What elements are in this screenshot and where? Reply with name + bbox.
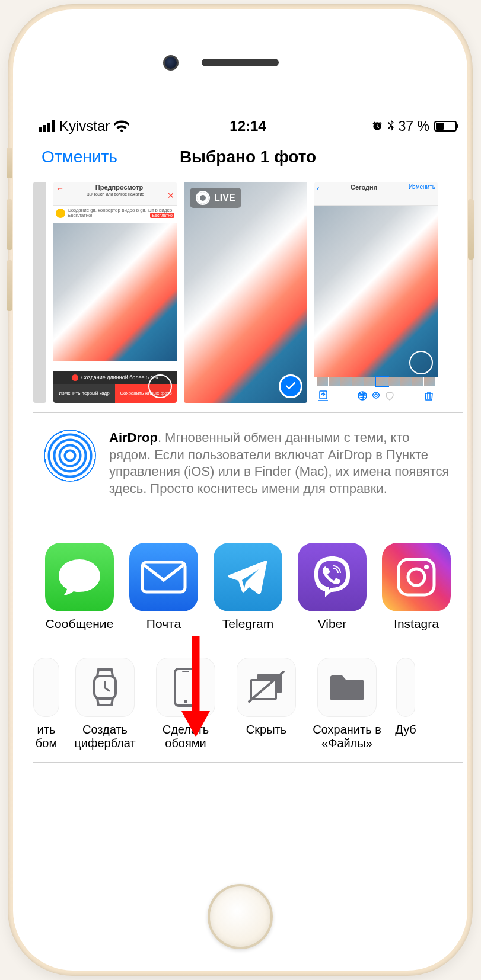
svg-rect-2: [142, 562, 185, 592]
screen: Kyivstar 12:14 37 % Отменить Выбрано 1 ф…: [33, 114, 463, 866]
share-apps-row[interactable]: Сообщение Почта Telegram Viber Instagra: [33, 527, 463, 642]
select-ring-3[interactable]: [409, 351, 433, 374]
nav-bar: Отменить Выбрано 1 фото: [33, 138, 463, 176]
app-viber[interactable]: Viber: [298, 543, 367, 631]
action-duplicate-partial[interactable]: Дуб: [393, 658, 419, 750]
alarm-icon: [371, 120, 383, 132]
thumb-1-banner: Создание gif, конвертор видео в gif, Gif…: [53, 206, 177, 222]
svg-point-5: [424, 565, 429, 569]
thumb-partial-left[interactable]: [33, 182, 46, 403]
app-instagram[interactable]: Instagra: [382, 543, 451, 631]
wifi-icon: [114, 120, 129, 132]
telegram-icon: [214, 543, 282, 611]
live-badge: LIVE: [190, 188, 241, 208]
action-watchface[interactable]: Создатьциферблат: [70, 658, 140, 750]
airdrop-section: AirDrop. Мгновенный обмен данными с теми…: [33, 413, 463, 527]
airdrop-text: AirDrop. Мгновенный обмен данными с теми…: [109, 430, 452, 497]
app-messages[interactable]: Сообщение: [45, 543, 114, 631]
bluetooth-icon: [387, 120, 395, 133]
signal-icon: [39, 120, 55, 132]
mail-icon: [129, 543, 198, 611]
instagram-icon: [382, 543, 451, 611]
battery-icon: [434, 121, 457, 132]
thumb-3-topbar: ‹СегодняИзменить: [314, 182, 438, 206]
app-telegram[interactable]: Telegram: [214, 543, 282, 631]
thumb-1[interactable]: ←Предпросмотр3D Touch или долгое нажатие…: [53, 182, 177, 403]
phone-frame: Kyivstar 12:14 37 % Отменить Выбрано 1 ф…: [8, 4, 473, 976]
select-check-2[interactable]: [279, 374, 302, 398]
speaker-grille: [202, 59, 279, 66]
svg-point-4: [408, 569, 425, 585]
app-label: Telegram: [214, 617, 282, 631]
annotation-arrow: [178, 632, 214, 738]
select-ring-1[interactable]: [148, 374, 172, 398]
volume-up: [7, 199, 12, 250]
hide-icon: [237, 658, 296, 717]
thumb-1-topbar: ←Предпросмотр3D Touch или долгое нажатие…: [53, 182, 177, 206]
action-label: Сохранить в«Файлы»: [312, 723, 382, 750]
actions-row[interactable]: итьбом Создатьциферблат Сделатьобоями Ск…: [33, 642, 463, 763]
app-mail[interactable]: Почта: [129, 543, 198, 631]
action-album-partial[interactable]: итьбом: [33, 658, 59, 750]
app-label: Instagra: [382, 617, 451, 631]
photo-thumbnails[interactable]: ←Предпросмотр3D Touch или долгое нажатие…: [33, 176, 463, 413]
home-button[interactable]: [208, 884, 273, 949]
svg-rect-3: [399, 559, 434, 595]
app-label: Сообщение: [45, 617, 114, 631]
thumb-3[interactable]: ‹СегодняИзменить ◉ LIVE: [314, 182, 438, 403]
app-label: Почта: [129, 617, 198, 631]
action-label: Скрыть: [231, 723, 301, 736]
power-button: [468, 199, 474, 260]
mute-switch: [7, 148, 12, 178]
viber-icon: [298, 543, 367, 611]
page-title: Выбрано 1 фото: [180, 148, 316, 166]
app-label: Viber: [298, 617, 367, 631]
airdrop-icon: [44, 430, 96, 482]
status-time: 12:14: [230, 118, 266, 134]
folder-icon: [317, 658, 377, 717]
watch-icon: [75, 658, 135, 717]
status-bar: Kyivstar 12:14 37 %: [33, 114, 463, 138]
cancel-button[interactable]: Отменить: [42, 148, 117, 166]
volume-down: [7, 260, 12, 311]
front-camera: [163, 55, 179, 71]
action-label: Создатьциферблат: [70, 723, 140, 750]
thumb-2[interactable]: LIVE: [184, 182, 307, 403]
svg-point-1: [375, 394, 377, 396]
action-save-files[interactable]: Сохранить в«Файлы»: [312, 658, 382, 750]
battery-label: 37 %: [399, 119, 429, 134]
messages-icon: [45, 543, 114, 611]
action-hide[interactable]: Скрыть: [231, 658, 301, 750]
carrier-label: Kyivstar: [59, 118, 110, 134]
